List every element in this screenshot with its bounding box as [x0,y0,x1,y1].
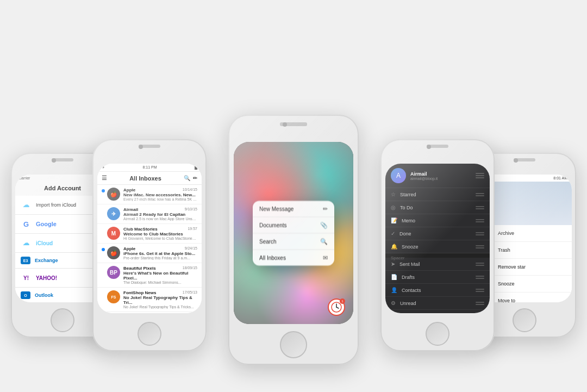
search-icon[interactable]: 🔍 [184,175,190,181]
import-icloud-label: Import from iCloud [36,202,76,208]
drag-handle-5 [476,245,484,248]
email-date: 10/14/15 [183,188,197,192]
screen-all-inboxes: ✈ 8:11 PM ▓ ☰ All Inboxes 🔍 ✏ 🍎 [97,164,202,313]
drag-handle-6 [476,263,484,266]
email-subject-apple2: iPhone 6s. Get it at the Apple Sto... [123,251,197,256]
done-label: Done [399,231,476,237]
email-item-macstories[interactable]: M Club MacStories 19:57 Welcome to Club … [97,224,202,244]
snooze-icon: 🔔 [391,244,397,250]
search-label: Search [259,238,277,244]
phone-1-home-button[interactable] [51,308,74,332]
sent-icon: ➤ [391,261,395,267]
trash-label: Trash [498,247,510,253]
sidebar-starred[interactable]: ☆ Starred [385,188,490,201]
phone-5-home-button[interactable] [513,308,536,332]
phone-3-home-button[interactable] [280,331,307,358]
yahoo-label: YAHOO! [36,275,57,281]
email-item-beautiful[interactable]: BP Beautiful Pixels 18/09/15 Here's What… [97,263,202,288]
sidebar-drafts[interactable]: 📄 Drafts [385,271,490,284]
sidebar-snooze[interactable]: 🔔 Snooze [385,240,490,253]
email-avatar-bp: BP [107,266,120,279]
notification-badge: 1 [340,298,345,304]
email-subject-mac: Welcome to Club MacStories [123,232,197,237]
unread-dot-2 [102,248,105,251]
phone-5-camera [514,158,518,163]
phone-1-camera [52,158,56,163]
email-item-airmail[interactable]: ✈ Airmail 9/10/15 Airmail 2 Ready for El… [97,204,202,224]
email-sender-bp: Beautiful Pixels [123,266,156,271]
unread-dot [102,189,105,192]
done-icon: ✓ [391,231,395,237]
phone-4: A Airmail airmail@bloop.it ☆ Starred [380,139,495,351]
email-item-withings[interactable]: W Withings 17/05/13 Explore our friendly… [97,312,202,313]
sidebar-profile-header: A Airmail airmail@bloop.it [385,164,490,188]
email-date-fs: 17/05/13 [183,290,197,295]
unread-label: Unread [400,301,476,306]
drag-handle [476,193,484,196]
phone-3: New Message ✏ Documents 📎 Search 🔍 All I… [228,115,359,365]
phone-4-camera [427,145,431,149]
sent-label: Sent Mail [399,262,476,267]
drafts-label: Drafts [402,275,476,280]
sidebar-todo[interactable]: ◎ To Do [385,201,490,214]
todo-icon: ◎ [391,204,396,210]
phone-2-home-button[interactable] [138,322,161,346]
email-date-airmail: 9/10/15 [185,207,197,212]
sidebar-done[interactable]: ✓ Done [385,227,490,240]
drag-handle-3 [476,219,484,222]
menu-item-search[interactable]: Search 🔍 [253,233,334,250]
inboxes-title: All Inboxes [129,175,161,182]
outlook-icon: O [21,291,30,299]
drafts-icon: 📄 [391,274,397,280]
remove-star-label: Remove star [498,264,526,270]
email-date-bp: 18/09/15 [183,266,197,271]
move-to-label: Move to [498,298,515,302]
icloud-label: iCloud [36,240,53,246]
email-sender-apple2: Apple [123,246,135,251]
phone-2: ✈ 8:11 PM ▓ ☰ All Inboxes 🔍 ✏ 🍎 [92,139,207,351]
carrier-text: Carrier [18,176,30,180]
context-menu: New Message ✏ Documents 📎 Search 🔍 All I… [253,201,334,265]
status-bar-2: ✈ 8:11 PM ▓ [97,164,202,172]
menu-item-documents[interactable]: Documents 📎 [253,217,334,233]
email-content: Apple 10/14/15 New iMac. New accessories… [123,188,197,201]
menu-icon[interactable]: ☰ [102,175,107,182]
compose-icon[interactable]: ✏ [193,175,197,181]
phone-3-camera [283,122,287,127]
email-subject-airmail: Airmail 2 Ready for El Capitan [123,212,197,217]
email-sender-mac: Club MacStories [123,227,158,232]
clock-face: 1 [328,298,345,316]
sidebar-contacts[interactable]: 👤 Contacts [385,284,490,297]
email-item-apple-2[interactable]: 🍎 Apple 9/24/15 iPhone 6s. Get it at the… [97,244,202,263]
email-sender-fs: FontShop News [123,290,156,295]
phone-4-screen: A Airmail airmail@bloop.it ☆ Starred [385,164,490,313]
outlook-label: Outlook [35,293,53,298]
email-subject-bp: Here's What's New on Beautiful Pixel... [123,271,197,281]
time-5: 8:01 AM [553,176,567,180]
drag-handle-8 [476,289,484,292]
email-date-apple2: 9/24/15 [185,246,197,251]
phone-4-home-button[interactable] [426,322,449,346]
documents-label: Documents [259,222,287,228]
google-icon: G [21,219,32,229]
menu-item-all-inboxes[interactable]: All Inboxes ✉ [253,250,334,265]
email-item-apple-1[interactable]: 🍎 Apple 10/14/15 New iMac. New accessori… [97,185,202,204]
menu-item-new-message[interactable]: New Message ✏ [253,201,334,217]
email-item-fontshop[interactable]: FS FontShop News 17/05/13 No Joke! Real … [97,288,202,312]
phone-3-screen: New Message ✏ Documents 📎 Search 🔍 All I… [234,142,353,324]
sidebar-today[interactable]: 📅 Today [385,310,490,313]
email-content-bp: Beautiful Pixels 18/09/15 Here's What's … [123,266,197,284]
google-label: Google [36,221,57,227]
drag-handle-2 [476,206,484,209]
phone-2-camera [139,145,143,149]
email-avatar: 🍎 [107,188,120,201]
email-preview: Every 27-inch iMac now has a Retina 5K d… [123,197,197,201]
email-subject-fs: No Joke! Real Typography Tips & Tri... [123,295,197,305]
email-preview-mac: Hi Giovanni, Welcome to Club MacStories.… [123,237,197,240]
email-avatar-fs: FS [107,290,120,303]
sidebar-unread[interactable]: ⚙ Unread [385,297,490,310]
search-menu-icon: 🔍 [320,238,328,245]
hamburger-icon[interactable] [476,173,484,178]
sidebar-memo[interactable]: 📝 Memo [385,214,490,227]
memo-icon: 📝 [391,217,397,223]
